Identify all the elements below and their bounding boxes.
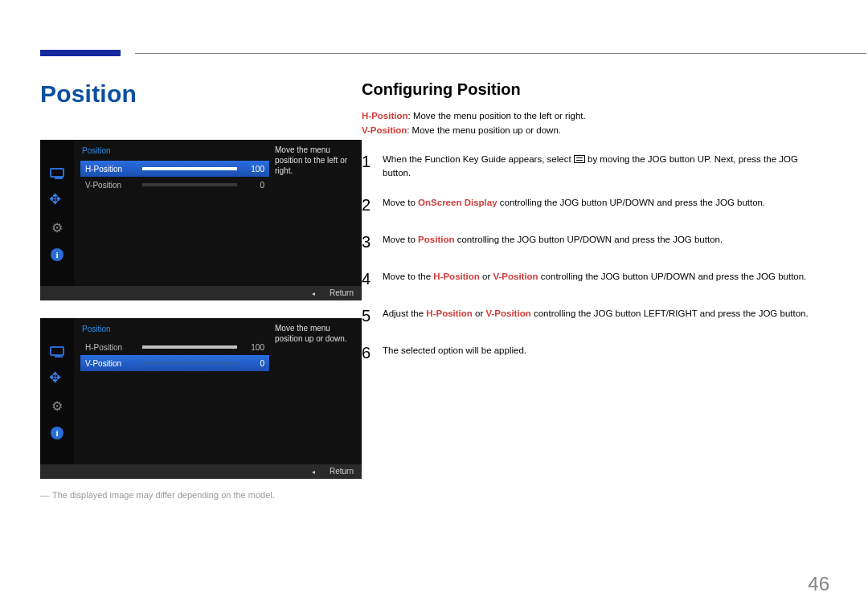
osd-row: V-Position0	[80, 355, 269, 371]
info-icon: i	[48, 246, 66, 264]
osd-row: H-Position100	[80, 339, 269, 355]
step-number: 6	[362, 341, 383, 365]
move-icon	[48, 370, 66, 387]
highlight: H-Position	[433, 272, 480, 281]
header-rule	[40, 50, 836, 55]
v-position-desc: : Move the menu position up or down.	[407, 125, 561, 135]
osd-slider	[142, 345, 237, 349]
osd-row: H-Position100	[80, 161, 269, 177]
highlight: H-Position	[426, 309, 473, 318]
step-number: 4	[362, 267, 383, 291]
osd-slider	[142, 183, 237, 186]
osd-row: V-Position0	[80, 177, 269, 193]
v-position-label: V-Position	[362, 125, 407, 135]
osd-rows: H-Position100V-Position0	[80, 339, 269, 371]
right-column: Configuring Position H-Position: Move th…	[362, 80, 828, 378]
section-title: Position	[40, 80, 362, 108]
osd-title: Position	[82, 146, 111, 155]
osd-row-value: 100	[242, 165, 264, 174]
step-number: 5	[362, 304, 383, 328]
header-line	[135, 53, 866, 54]
osd-slider	[142, 362, 237, 365]
step: 6The selected option will be applied.	[362, 341, 828, 365]
step: 2Move to OnScreen Display controlling th…	[362, 193, 828, 217]
step-text: When the Function Key Guide appears, sel…	[383, 149, 828, 181]
h-position-label: H-Position	[362, 111, 408, 121]
osd-row-label: H-Position	[85, 343, 137, 352]
osd-title: Position	[82, 325, 111, 333]
step-number: 1	[362, 149, 383, 174]
osd-screenshot-2: i Position Move the menu position up or …	[40, 318, 362, 479]
monitor-icon	[48, 342, 66, 360]
info-icon: i	[48, 424, 66, 442]
footnote-text: The displayed image may differ depending…	[52, 490, 275, 500]
step-text: Move to the H-Position or V-Position con…	[383, 267, 828, 284]
step-text: Adjust the H-Position or V-Position cont…	[383, 304, 828, 321]
osd-row-label: V-Position	[85, 181, 137, 190]
highlight: Position	[418, 235, 454, 244]
menu-icon	[574, 155, 585, 163]
back-icon: ◂	[312, 287, 315, 301]
step-number: 3	[362, 230, 383, 254]
header-accent	[40, 50, 121, 56]
osd-row-value: 0	[242, 181, 264, 190]
return-label: Return	[330, 467, 354, 476]
h-position-desc: : Move the menu position to the left or …	[408, 111, 586, 121]
osd-row-label: V-Position	[85, 359, 137, 368]
return-label: Return	[330, 288, 354, 297]
move-icon	[48, 191, 66, 209]
step-text: Move to Position controlling the JOG but…	[383, 230, 828, 247]
footnote: ―The displayed image may differ dependin…	[40, 490, 362, 500]
page-number: 46	[808, 573, 829, 595]
step-text: The selected option will be applied.	[383, 341, 828, 358]
osd-sidebar: i	[40, 318, 74, 464]
monitor-icon	[48, 164, 66, 182]
osd-footer: ◂Return	[40, 464, 362, 479]
osd-sidebar: i	[40, 140, 74, 286]
osd-row-label: H-Position	[85, 165, 137, 174]
step-number: 2	[362, 193, 383, 217]
osd-row-value: 100	[242, 343, 264, 352]
highlight: OnScreen Display	[418, 198, 497, 207]
back-icon: ◂	[312, 465, 315, 480]
osd-screenshot-1: i Position Move the menu position to the…	[40, 140, 362, 300]
step-text: Move to OnScreen Display controlling the…	[383, 193, 828, 210]
step: 4Move to the H-Position or V-Position co…	[362, 267, 828, 291]
osd-row-value: 0	[242, 359, 264, 368]
osd-rows: H-Position100V-Position0	[80, 161, 269, 193]
steps-list: 1When the Function Key Guide appears, se…	[362, 149, 828, 366]
osd-description: Move the menu position up or down.	[275, 323, 355, 344]
osd-slider	[142, 167, 237, 170]
step: 1When the Function Key Guide appears, se…	[362, 149, 828, 181]
step: 3Move to Position controlling the JOG bu…	[362, 230, 828, 254]
osd-footer: ◂Return	[40, 286, 362, 300]
gear-icon	[48, 397, 66, 415]
left-column: Position i Position Move the menu positi…	[40, 80, 362, 500]
highlight: V-Position	[493, 272, 538, 281]
sub-title: Configuring Position	[362, 80, 828, 99]
definitions: H-Position: Move the menu position to th…	[362, 108, 828, 138]
gear-icon	[48, 219, 66, 236]
highlight: V-Position	[485, 309, 530, 318]
osd-description: Move the menu position to the left or ri…	[275, 145, 355, 176]
step: 5Adjust the H-Position or V-Position con…	[362, 304, 828, 328]
